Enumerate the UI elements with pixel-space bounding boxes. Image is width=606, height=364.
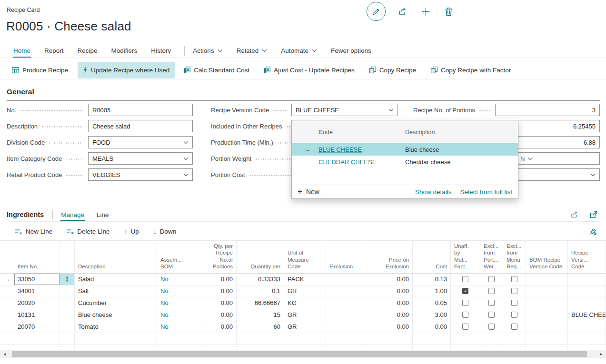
cell-assembly-bom[interactable]: No bbox=[157, 274, 202, 285]
cell-qty-per-recipe[interactable]: 0.00 bbox=[202, 285, 237, 297]
tab-history[interactable]: History bbox=[150, 45, 171, 58]
cell-description[interactable]: Salad bbox=[75, 274, 157, 285]
menu-automate[interactable]: Automate bbox=[280, 45, 318, 58]
checkbox[interactable] bbox=[488, 300, 495, 306]
no-field[interactable]: R0005 bbox=[88, 104, 193, 116]
tab-report[interactable]: Report bbox=[44, 45, 64, 58]
row-menu-cell[interactable] bbox=[60, 297, 75, 309]
cell-quantity-per[interactable]: 0.1 bbox=[237, 285, 284, 297]
copy-recipe-button[interactable]: Copy Recipe bbox=[364, 62, 421, 79]
cell-cost[interactable]: 0.00 bbox=[413, 321, 451, 333]
recipe-no-of-portions-field[interactable]: 3 bbox=[495, 104, 600, 116]
header-exclusion[interactable]: Exclusion bbox=[326, 241, 364, 274]
division-code-select[interactable]: FOOD bbox=[88, 136, 193, 148]
cell-price-on-exclusion[interactable]: 0.00 bbox=[364, 297, 413, 309]
show-details-link[interactable]: Show details bbox=[415, 188, 452, 196]
checkbox[interactable] bbox=[488, 312, 495, 318]
checkbox[interactable] bbox=[511, 324, 517, 330]
cell-recipe-version[interactable] bbox=[568, 285, 606, 297]
header-unit-of-measure[interactable]: Unit of Measure Code bbox=[284, 241, 326, 274]
produce-recipe-button[interactable]: Produce Recipe bbox=[7, 62, 73, 79]
cell-exclusion[interactable] bbox=[326, 285, 364, 297]
checkbox[interactable] bbox=[488, 288, 495, 294]
cell-item-no[interactable]: 10131 bbox=[14, 309, 60, 321]
header-excluded-from-portion-weight[interactable]: Excl... from Port... Wei... bbox=[480, 241, 503, 274]
header-price-on-exclusion[interactable]: Price on Exclusion bbox=[364, 241, 413, 274]
cell-quantity-per[interactable]: 60 bbox=[237, 321, 284, 333]
header-description[interactable]: Description bbox=[75, 241, 157, 274]
cell-qty-per-recipe[interactable]: 0.00 bbox=[202, 274, 237, 285]
cell-price-on-exclusion[interactable]: 0.00 bbox=[364, 321, 413, 333]
cell-quantity-per[interactable]: 66.66667 bbox=[237, 297, 284, 309]
horizontal-scrollbar[interactable]: ◄ ► bbox=[0, 350, 606, 358]
checkbox[interactable] bbox=[511, 288, 517, 294]
cell-cost[interactable]: 1.00 bbox=[413, 285, 451, 297]
checkbox[interactable] bbox=[511, 312, 517, 318]
share-button[interactable] bbox=[395, 5, 409, 18]
edit-button[interactable] bbox=[367, 2, 386, 21]
header-recipe-version-code[interactable]: Recipe Versi... Code bbox=[568, 241, 606, 274]
menu-related[interactable]: Related bbox=[236, 45, 268, 58]
scrollbar-thumb[interactable] bbox=[12, 351, 587, 357]
cell-quantity-per[interactable]: 0.33333 bbox=[237, 274, 284, 285]
delete-line-button[interactable]: Delete Line bbox=[63, 225, 113, 238]
cell-description[interactable]: Blue cheese bbox=[75, 309, 157, 321]
add-button[interactable] bbox=[419, 5, 433, 19]
cell-bom-recipe-version[interactable] bbox=[526, 309, 568, 321]
cell-description[interactable]: Salt bbox=[75, 285, 157, 297]
item-category-code-select[interactable]: MEALS bbox=[88, 152, 193, 165]
cell-exclusion[interactable] bbox=[326, 297, 364, 309]
row-selector[interactable] bbox=[0, 309, 14, 321]
cell-unit-of-measure[interactable]: GR bbox=[284, 321, 326, 333]
row-selector[interactable] bbox=[0, 285, 14, 297]
cell-assembly-bom[interactable]: No bbox=[157, 285, 202, 297]
fewer-options-button[interactable]: Fewer options bbox=[330, 45, 372, 58]
pin-toggle-button[interactable] bbox=[586, 225, 599, 238]
cell-item-no[interactable]: 20020 bbox=[14, 297, 60, 309]
cell-bom-recipe-version[interactable] bbox=[526, 297, 568, 309]
menu-actions[interactable]: Actions bbox=[192, 45, 223, 58]
select-from-full-list-link[interactable]: Select from full list bbox=[460, 188, 512, 196]
cell-item-no[interactable]: 34001 bbox=[14, 285, 60, 297]
scroll-right-arrow[interactable]: ► bbox=[597, 350, 605, 358]
share-part-button[interactable] bbox=[567, 208, 581, 221]
scroll-left-arrow[interactable]: ◄ bbox=[1, 350, 9, 358]
cell-item-no[interactable]: 33050 bbox=[14, 274, 60, 285]
row-selector[interactable] bbox=[0, 297, 14, 309]
cell-bom-recipe-version[interactable] bbox=[526, 321, 568, 333]
open-in-new-window-button[interactable] bbox=[587, 208, 600, 221]
tab-modifiers[interactable]: Modifiers bbox=[111, 45, 138, 58]
calc-standard-cost-button[interactable]: Calc Standard Cost bbox=[179, 62, 255, 79]
general-section-heading[interactable]: General bbox=[7, 88, 600, 101]
tab-line[interactable]: Line bbox=[96, 209, 109, 221]
header-excluded-from-menu-req[interactable]: Excl... from Menu Req... bbox=[503, 241, 526, 274]
cell-exclusion[interactable] bbox=[326, 309, 364, 321]
cell-price-on-exclusion[interactable]: 0.00 bbox=[364, 285, 413, 297]
cell-item-no[interactable]: 20070 bbox=[14, 321, 60, 333]
cell-recipe-version[interactable] bbox=[568, 321, 606, 333]
new-record-button[interactable]: +New bbox=[298, 187, 319, 197]
dropdown-row-cheddar-cheese[interactable]: CHEDDAR CHEESE Cheddar cheese bbox=[292, 156, 518, 168]
cell-bom-recipe-version[interactable] bbox=[526, 285, 568, 297]
cell-recipe-version[interactable]: BLUE CHEESE bbox=[568, 309, 606, 321]
cell-qty-per-recipe[interactable]: 0.00 bbox=[202, 309, 237, 321]
cell-cost[interactable]: 0.05 bbox=[413, 297, 451, 309]
checkbox[interactable] bbox=[462, 324, 468, 330]
cell-price-on-exclusion[interactable]: 0.00 bbox=[364, 274, 413, 285]
checkbox[interactable] bbox=[462, 288, 468, 294]
cell-unit-of-measure[interactable]: GR bbox=[284, 309, 326, 321]
checkbox[interactable] bbox=[462, 312, 468, 318]
copy-recipe-with-factor-button[interactable]: Copy Recipe with Factor bbox=[426, 62, 516, 79]
header-cost[interactable]: Cost bbox=[413, 241, 451, 274]
checkbox[interactable] bbox=[511, 276, 517, 282]
tab-home[interactable]: Home bbox=[13, 45, 31, 58]
adjust-cost-update-recipes-button[interactable]: Ajust Cost - Update Recipes bbox=[259, 62, 360, 79]
row-menu-cell[interactable] bbox=[60, 309, 75, 321]
header-qty-per-recipe[interactable]: Qty. per Recipe No.of Portions bbox=[202, 241, 237, 274]
move-up-button[interactable]: ↑ Up bbox=[120, 225, 143, 238]
row-menu-cell[interactable] bbox=[60, 321, 75, 333]
cell-recipe-version[interactable] bbox=[568, 297, 606, 309]
header-unaffected-by-mult-factor[interactable]: Unaff. by Mul... Fact... bbox=[451, 241, 480, 274]
cell-unit-of-measure[interactable]: PACK bbox=[284, 274, 326, 285]
header-bom-recipe-version-code[interactable]: BOM Recipe Version Code bbox=[526, 241, 568, 274]
